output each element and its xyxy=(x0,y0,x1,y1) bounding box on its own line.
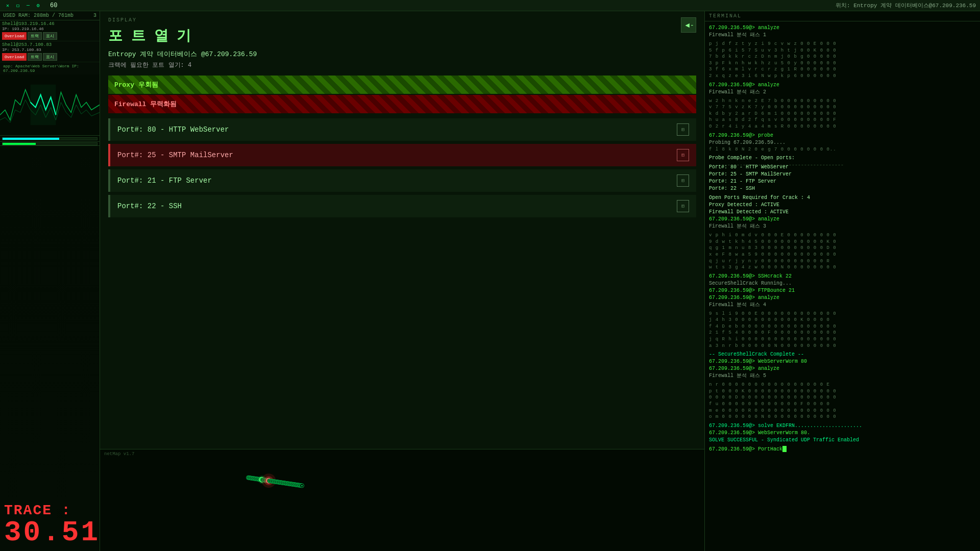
top-bar-status: 위치: Entropy 계약 데이터베이스@67.209.236.59 xyxy=(836,2,976,9)
terminal-line: m e 0 0 0 0 R 0 0 0 0 0 0 0 0 0 0 0 0 0 xyxy=(709,408,976,414)
port-card-25[interactable]: Port#: 25 - SMTP MailServer ⊞ xyxy=(108,144,696,166)
settings-icon[interactable]: ⚙ xyxy=(35,2,42,9)
terminal-line: n r 0 0 0 0 0 0 0 0 0 0 0 0 0 0 0 0 E xyxy=(709,382,976,388)
shell-row-1: Shell@193.219.16.46 IP: 193.219.16.46 Ov… xyxy=(0,20,100,41)
port-label-21: Port#: 21 - FTP Server xyxy=(117,177,212,185)
terminal-line: v p h i 0 m d v 0 0 0 E 0 0 0 0 0 0 0 0 xyxy=(709,232,976,239)
terminal-line: f u 0 0 0 0 0 0 0 0 0 0 0 0 F 0 0 0 0 xyxy=(709,401,976,408)
top-bar-left: ✕ ◻ — ⚙ 60 xyxy=(4,2,57,9)
terminal-line: Port#: 25 - SMTP MailServer xyxy=(709,171,976,178)
top-bar: ✕ ◻ — ⚙ 60 위치: Entropy 계약 데이터베이스@67.209.… xyxy=(0,0,980,11)
waveform-display xyxy=(0,74,100,136)
terminal-line: 67.209.236.59@> WebServerWorm 80 xyxy=(709,358,976,365)
firewall-banner-text: Firewall 무력화됨 xyxy=(114,99,177,109)
terminal-output: 67.209.236.59@> analyzeFirewall 분석 패스 1p… xyxy=(705,21,980,551)
terminal-cursor xyxy=(782,446,787,452)
terminal-line: 67.209.236.59@> analyze xyxy=(709,82,976,89)
port-label-80: Port#: 80 - HTTP WebServer xyxy=(117,126,229,134)
track-btn-2[interactable]: 트랙 xyxy=(28,53,42,61)
main-layout: USED RAM: 288mb / 761mb 3 Shell@193.219.… xyxy=(0,11,980,551)
terminal-line: Port#: 21 - FTP Server xyxy=(709,178,976,185)
app-info: app: Apache\Web Server\Worm IP: 67.209.2… xyxy=(0,62,100,74)
ram-num: 3 xyxy=(93,13,96,18)
close-icon[interactable]: ✕ xyxy=(4,2,11,9)
port-label-25: Port#: 25 - SMTP MailServer xyxy=(117,151,233,159)
terminal-line: 67.209.236.59@> analyze xyxy=(709,24,976,32)
terminal-line: q j u r j y n y 0 0 0 0 0 0 0 0 0 0 R xyxy=(709,258,976,265)
svg-rect-0 xyxy=(31,85,56,125)
shell-1-ip: Shell@193.219.16.46 xyxy=(2,21,97,27)
terminal-line: j 4 h 3 0 0 0 0 0 0 0 0 0 0 K 0 0 0 0 xyxy=(709,317,976,323)
terminal-line: v 7 7 5 v z K 7 y 0 0 0 0 0 0 0 0 0 0 0 xyxy=(709,104,976,111)
terminal-line: 67.209.236.59@> SSHcrack 22 xyxy=(709,273,976,280)
minimize-icon[interactable]: — xyxy=(24,2,32,9)
port-icon-21: ⊞ xyxy=(677,174,689,187)
terminal-line: 5 f p 6 i 5 7 S u v 3 h t j 0 0 K 0 0 0 xyxy=(709,47,976,54)
terminal-line: a 3 n r b 0 0 0 0 0 N 0 0 0 0 0 0 0 0 0 xyxy=(709,343,976,349)
progress-track-2 xyxy=(2,142,97,145)
proxy-banner: Proxy 우회됨 xyxy=(108,76,696,94)
terminal-line: Firewall Detected : ACTIVE xyxy=(709,209,976,216)
netmap-section: netMap v1.7 xyxy=(100,449,704,551)
terminal-line: -- SecureShellCrack Complete -- xyxy=(709,351,976,358)
port-title: 포 트 열 기 xyxy=(108,26,696,45)
trace-value: 30.51 xyxy=(4,518,95,547)
progress-fill-1 xyxy=(3,138,59,140)
terminal-line: 3 f 6 x m l v r c r z g 1 R 0 0 0 0 0 0 xyxy=(709,66,976,73)
terminal-line: Probing 67.209.236.59.... xyxy=(709,139,976,146)
track-btn-1[interactable]: 트랙 xyxy=(28,32,42,40)
terminal-line: q g 1 m n u 8 3 0 0 0 0 0 0 0 0 0 0 D 0 xyxy=(709,245,976,252)
center-panel: DISPLAY 포 트 열 기 Entropy 계약 데이터베이스 @67.20… xyxy=(100,11,704,551)
terminal-line: Firewall 분석 패스 1 xyxy=(709,32,976,39)
overload-btn-2[interactable]: Overload xyxy=(2,53,27,61)
terminal-line: p t 0 0 0 K 0 0 0 0 0 0 0 0 0 0 0 0 0 0 xyxy=(709,388,976,395)
port-label-22: Port#: 22 - SSH xyxy=(117,202,182,210)
shell-2-ip2: IP: 253.7.100.83 xyxy=(2,47,97,52)
terminal-line: 9 s l i 9 0 0 E 0 0 0 0 0 0 0 0 0 0 0 0 xyxy=(709,311,976,317)
port-icon-80: ⊞ xyxy=(677,123,689,136)
progress-fill-2 xyxy=(3,143,36,145)
target-info: Entropy 계약 데이터베이스 @67.209.236.59 xyxy=(108,49,696,59)
terminal-line: Open Ports Required for Crack : 4 xyxy=(709,194,976,202)
terminal-line: 67.209.236.59@> PortHack xyxy=(709,446,976,453)
terminal-line: Proxy Detected : ACTIVE xyxy=(709,202,976,209)
terminal-line: 2 x q z e 3 i 6 N w p k p 6 0 0 0 0 0 0 xyxy=(709,73,976,80)
terminal-line: 3 p F k n h w k h z u 5 0 y 0 0 0 0 0 0 xyxy=(709,60,976,67)
terminal-line: w t s 3 g 4 z w 0 0 0 N 0 0 0 0 0 0 0 0 xyxy=(709,264,976,271)
maximize-icon[interactable]: ◻ xyxy=(14,2,21,9)
top-bar-number: 60 xyxy=(50,2,57,9)
terminal-line: o m 0 0 0 0 0 0 N 0 0 0 0 0 0 0 0 0 0 0 xyxy=(709,414,976,420)
display-btn-2[interactable]: 표시 xyxy=(43,53,57,61)
terminal-line: SOLVE SUCCESSFUL - Syndicated UDP Traffi… xyxy=(709,437,976,444)
port-icon-25: ⊞ xyxy=(677,149,689,161)
terminal-line: SecureShellCrack Running... xyxy=(709,280,976,287)
back-button[interactable]: ◄- xyxy=(681,17,696,33)
progress-track-1 xyxy=(2,137,97,140)
terminal-line: j q R h i 0 0 0 0 0 0 0 0 0 0 0 0 0 0 0 xyxy=(709,336,976,343)
terminal-line: Firewall 분석 패스 5 xyxy=(709,372,976,380)
display-btn-1[interactable]: 표시 xyxy=(43,32,57,40)
terminal-line: 67.209.236.59@> analyze xyxy=(709,365,976,372)
progress-bars xyxy=(0,136,100,142)
terminal-line: x e F 8 w a 5 9 0 0 0 0 0 0 0 0 0 0 0 0 xyxy=(709,252,976,258)
terminal-line: Firewall 분석 패스 2 xyxy=(709,89,976,96)
terminal-line: h u a s 8 d 2 f q s v 0 0 0 0 0 0 0 0 F xyxy=(709,117,976,123)
port-card-22[interactable]: Port#: 22 - SSH ⊞ xyxy=(108,195,696,217)
shell-1-buttons: Overload 트랙 표시 xyxy=(2,32,97,40)
terminal-line: 67.209.236.59@> analyze xyxy=(709,294,976,302)
terminal-line: 67.209.236.59@> analyze xyxy=(709,216,976,223)
port-card-80[interactable]: Port#: 80 - HTTP WebServer ⊞ xyxy=(108,118,696,141)
terminal-line: p j d f z t y z i 9 c v w z 0 0 E 0 0 0 xyxy=(709,41,976,47)
port-card-21[interactable]: Port#: 21 - FTP Server ⊞ xyxy=(108,169,696,192)
netmap-canvas xyxy=(100,449,704,551)
ram-info: USED RAM: 288mb / 761mb xyxy=(3,13,74,18)
terminal-line: f 4 D e b 0 0 0 0 0 0 0 0 0 0 0 0 0 0 0 xyxy=(709,323,976,330)
right-panel: TERMINAL 67.209.236.59@> analyzeFirewall… xyxy=(704,11,980,551)
terminal-line: Probe Complete - Open ports: xyxy=(709,155,976,162)
netmap-canvas-element xyxy=(100,449,704,551)
overload-btn-1[interactable]: Overload xyxy=(2,32,27,40)
terminal-line: Firewall 분석 패스 3 xyxy=(709,223,976,230)
port-list: Port#: 80 - HTTP WebServer ⊞Port#: 25 - … xyxy=(108,118,696,217)
terminal-line: 67.209.236.59@> FTPBounce 21 xyxy=(709,287,976,294)
port-icon-22: ⊞ xyxy=(677,200,689,212)
